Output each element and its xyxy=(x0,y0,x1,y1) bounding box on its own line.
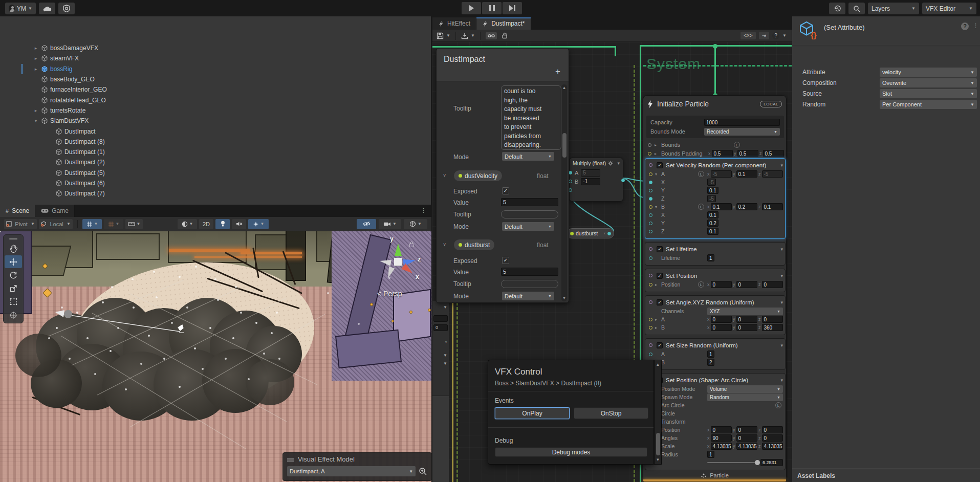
block-port[interactable] xyxy=(649,300,652,304)
output-port[interactable] xyxy=(607,232,611,235)
source-dropdown[interactable]: Slot▼ xyxy=(880,89,977,98)
value-field[interactable]: -5 xyxy=(707,195,716,202)
chevron-icon[interactable]: ▾ xyxy=(780,343,783,348)
chevron-icon[interactable]: ▾ xyxy=(617,161,620,166)
panel-menu-icon[interactable]: ⋮ xyxy=(421,207,431,217)
value-field[interactable]: -5 xyxy=(762,170,783,178)
value-field[interactable]: 5 xyxy=(501,198,558,206)
value-field[interactable]: 0.5 xyxy=(737,150,759,157)
flow-anchor[interactable] xyxy=(643,479,786,481)
effects-dropdown[interactable]: ▼ xyxy=(248,219,269,229)
vfx-block-header[interactable]: ✓Set Position▾ xyxy=(647,271,783,280)
add-property-button[interactable]: + xyxy=(555,67,560,77)
attach-toggle[interactable] xyxy=(486,32,497,39)
transform-tool-button[interactable] xyxy=(5,309,22,321)
parameter-node-dustburst[interactable]: dustburst ‹ xyxy=(567,228,614,238)
expand-arrow-icon[interactable]: ▸ xyxy=(33,56,39,61)
space-local-badge[interactable]: L xyxy=(775,402,781,408)
mode-dropdown[interactable]: Default▼ xyxy=(502,152,554,161)
debug-modes-button[interactable]: Debug modes xyxy=(495,447,647,457)
value-field[interactable]: 0 xyxy=(711,426,732,433)
safe-mode-button[interactable] xyxy=(58,3,75,14)
hierarchy-item[interactable]: rotatableHead_GEO xyxy=(0,95,431,105)
slider-knob[interactable] xyxy=(755,460,760,465)
help-icon[interactable]: ? xyxy=(961,23,969,30)
block-enabled-checkbox[interactable]: ✓ xyxy=(657,299,663,305)
tab-scene[interactable]: # Scene xyxy=(0,205,35,217)
vfx-graph-canvas[interactable]: System ▼ 0 ˅ ▼ ▼ Multiply (float) ▾ xyxy=(432,42,792,482)
hierarchy-item[interactable]: DustImpact (5) xyxy=(0,168,431,178)
value-field[interactable]: 0.1 xyxy=(707,228,718,235)
slider-track[interactable] xyxy=(707,462,759,463)
expander-icon[interactable]: ▸ xyxy=(655,282,660,287)
param-pill-dustvelocity[interactable]: dustVelocity xyxy=(454,170,502,181)
chevron-icon[interactable]: ▾ xyxy=(780,273,783,278)
vfx-block[interactable]: ✓Set Position (Shape: Arc Circle)▾Positi… xyxy=(645,373,786,470)
vfx-block-header[interactable]: ✓Set Position (Shape: Arc Circle)▾ xyxy=(647,375,783,385)
value-field[interactable]: 5 xyxy=(581,169,600,177)
expand-arrow-icon[interactable]: ▾ xyxy=(33,118,39,123)
vfx-block[interactable]: ✓Set Velocity Random (Per-component)▾▾AL… xyxy=(645,158,786,239)
input-port-yellow[interactable] xyxy=(649,326,652,330)
view-tool-button[interactable] xyxy=(5,242,22,255)
vfx-block[interactable]: ✓Set Lifetime▾Lifetime1 xyxy=(645,242,786,266)
layout-dropdown[interactable]: VFX Editor▼ xyxy=(922,3,976,14)
align-button[interactable]: ⇥ xyxy=(759,32,769,39)
value-field[interactable]: 4.130358 xyxy=(736,443,758,450)
hierarchy-item[interactable]: DustImpact (2) xyxy=(0,157,431,167)
snap-increment-toggle[interactable]: ▼ xyxy=(104,219,123,229)
pause-button[interactable] xyxy=(482,2,502,14)
value-field[interactable]: 1 xyxy=(707,350,714,358)
capacity-field[interactable]: 1000 xyxy=(704,119,780,126)
rotate-tool-button[interactable] xyxy=(5,269,22,281)
hierarchy-item[interactable]: DustImpact (6) xyxy=(0,178,431,188)
value-field[interactable]: 1 xyxy=(707,254,714,261)
unlock-icon[interactable] xyxy=(502,32,508,39)
hierarchy-item[interactable]: ▸bossRig xyxy=(0,64,431,74)
mode-dropdown[interactable]: Default▼ xyxy=(502,292,554,300)
input-port[interactable] xyxy=(569,171,572,174)
rect-tool-button[interactable] xyxy=(5,295,22,308)
row-dropdown[interactable]: Random▼ xyxy=(707,393,783,401)
input-port[interactable] xyxy=(648,143,651,147)
value-field[interactable]: 0.1 xyxy=(707,211,718,218)
account-button[interactable]: YM ▼ xyxy=(5,3,36,14)
composition-dropdown[interactable]: Overwrite▼ xyxy=(880,78,977,87)
input-port[interactable] xyxy=(649,197,652,201)
expander-icon[interactable]: ▸ xyxy=(655,325,660,330)
block-port[interactable] xyxy=(649,247,652,251)
vfx-block-header[interactable]: ✓Set Velocity Random (Per-component)▾ xyxy=(647,160,783,170)
value-field[interactable]: 0 xyxy=(762,434,783,442)
value-field[interactable]: 0.5 xyxy=(712,150,733,157)
attribute-dropdown[interactable]: velocity▼ xyxy=(880,68,977,77)
measure-tool-button[interactable]: ▼ xyxy=(125,219,143,229)
show-code-button[interactable]: <×> xyxy=(741,32,756,39)
output-port[interactable] xyxy=(621,179,625,182)
value-field[interactable]: 0.1 xyxy=(736,170,758,178)
input-port-yellow[interactable] xyxy=(649,205,652,209)
value-field[interactable]: 6.2831 xyxy=(760,459,783,466)
block-port[interactable] xyxy=(649,163,652,167)
scrollbar[interactable]: ▲ ▼ xyxy=(561,84,567,301)
block-port[interactable] xyxy=(649,274,652,277)
value-field[interactable]: 0 xyxy=(736,426,758,433)
onstop-button[interactable]: OnStop xyxy=(574,407,648,419)
draw-mode-dropdown[interactable]: ▼ xyxy=(178,219,197,229)
value-field[interactable]: 0 xyxy=(736,281,758,288)
save-dropdown-icon[interactable]: ▼ xyxy=(446,33,450,38)
value-field[interactable]: 0.1 xyxy=(762,203,783,210)
input-port[interactable] xyxy=(569,180,572,183)
tab-game[interactable]: Game xyxy=(35,205,75,217)
hierarchy-item[interactable]: baseBody_GEO xyxy=(0,74,431,84)
help-icon[interactable]: ? xyxy=(772,32,779,39)
camera-dropdown[interactable]: ▼ xyxy=(379,219,401,229)
asset-labels-bar[interactable]: Asset Labels xyxy=(792,469,980,482)
input-port[interactable] xyxy=(649,230,652,233)
move-tool-button[interactable] xyxy=(5,255,22,268)
2d-toggle[interactable]: 2D xyxy=(199,219,213,229)
value-field[interactable]: -5 xyxy=(707,179,716,186)
value-field[interactable]: 0 xyxy=(736,324,758,331)
value-field[interactable]: 2 xyxy=(707,359,714,366)
gizmos-dropdown[interactable]: ▼ xyxy=(404,219,427,229)
block-enabled-checkbox[interactable]: ✓ xyxy=(657,342,663,348)
